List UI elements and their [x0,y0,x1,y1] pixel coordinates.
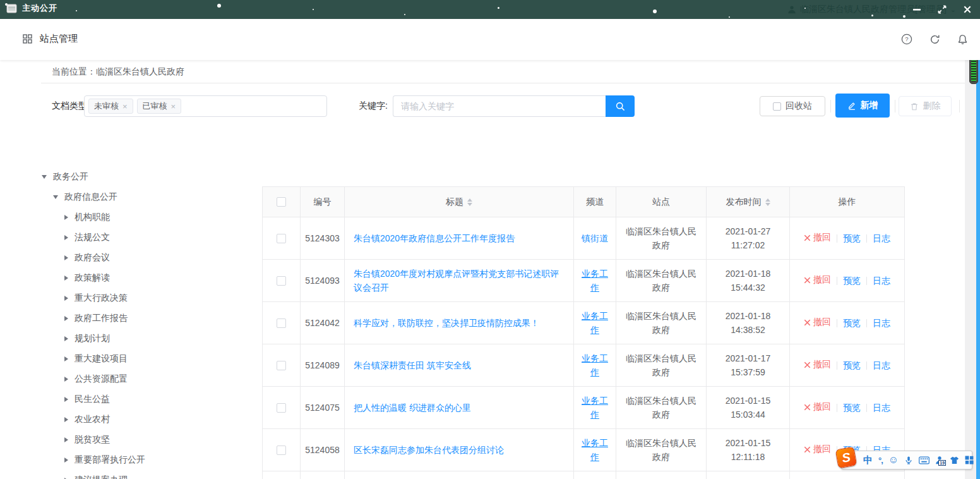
row-checkbox[interactable] [277,234,286,243]
filter-tag[interactable]: 未审核 × [88,99,133,114]
column-header-title[interactable]: 标题 [345,187,574,217]
row-checkbox[interactable] [277,318,286,328]
tag-close-icon[interactable]: × [122,102,128,111]
ime-voice-button[interactable] [904,456,913,465]
preview-action[interactable]: 预览 [843,360,861,372]
caret-right-icon[interactable] [64,255,68,260]
row-checkbox[interactable] [277,403,286,413]
row-checkbox[interactable] [277,446,286,455]
caret-right-icon[interactable] [64,215,68,220]
caret-right-icon[interactable] [64,437,68,442]
tree-item[interactable]: 农业农村 [0,409,262,430]
ime-chinese-mode-button[interactable]: 中 [863,454,873,466]
ime-account-button[interactable]: 19 [935,456,944,464]
tree-item[interactable]: 公共资源配置 [0,369,262,389]
caret-right-icon[interactable] [64,336,68,341]
notifications-button[interactable] [956,33,969,45]
doc-title-link[interactable]: 朱台镇2020年度对村观摩点评暨村党支部书记述职评议会召开 [354,269,559,293]
doc-channel-link[interactable]: 镇街道 [575,231,614,245]
tree-item-xinxigongkai[interactable]: 政府信息公开 [0,187,262,207]
tree-item[interactable]: 法规公文 [0,227,262,248]
doc-title-link[interactable]: 朱台镇深耕责任田 筑牢安全线 [354,360,471,370]
add-button[interactable]: 新增 [835,94,890,118]
doc-channel-link[interactable]: 业务工作 [574,351,616,379]
row-checkbox[interactable] [277,276,286,286]
withdraw-action[interactable]: 撤回 [804,444,831,455]
keyword-input[interactable] [393,95,606,117]
scrollbar-thumb[interactable] [976,56,980,479]
tree-item[interactable]: 重大建设项目 [0,349,262,369]
preview-action[interactable]: 预览 [843,276,861,287]
doc-channel-link[interactable]: 业务工作 [574,394,616,421]
sort-icon[interactable] [765,198,770,206]
doc-title-link[interactable]: 把人性的温暖 织进群众的心里 [354,403,471,413]
withdraw-action[interactable]: 撤回 [804,359,831,370]
log-action[interactable]: 日志 [873,233,890,245]
ime-skin-button[interactable] [950,456,959,464]
doc-type-select[interactable]: 未审核 × 已审核 × [84,95,327,117]
filter-tag[interactable]: 已审核 × [137,99,182,114]
ime-keyboard-button[interactable] [919,456,929,464]
delete-button[interactable]: 删除 [899,96,952,116]
refresh-button[interactable] [928,33,941,45]
caret-right-icon[interactable] [64,316,68,321]
sort-icon[interactable] [467,198,472,206]
minimize-button[interactable] [904,0,929,19]
caret-right-icon[interactable] [64,356,68,361]
withdraw-action[interactable]: 撤回 [804,401,831,413]
caret-down-icon[interactable] [53,195,58,199]
tree-item[interactable]: 民生公益 [0,389,262,409]
row-checkbox[interactable] [277,361,286,370]
caret-right-icon[interactable] [64,276,68,281]
apps-grid-icon[interactable] [23,34,32,44]
doc-channel-link[interactable]: 业务工作 [574,309,616,337]
select-all-checkbox[interactable] [277,197,286,207]
preview-action[interactable]: 预览 [843,403,861,414]
log-action[interactable]: 日志 [873,403,890,414]
doc-channel-link[interactable]: 业务工作 [574,267,616,294]
withdraw-action[interactable]: 撤回 [804,317,831,328]
caret-right-icon[interactable] [64,377,68,382]
doc-title-link[interactable]: 区长宋磊同志参加朱台代表团分组讨论 [354,445,504,455]
doc-title-link[interactable]: 朱台镇2020年政府信息公开工作年度报告 [354,233,515,243]
caret-right-icon[interactable] [64,296,68,301]
preview-action[interactable]: 预览 [843,233,861,245]
preview-action[interactable]: 预览 [843,318,861,329]
tree-item-zhengwugongkai[interactable]: 政务公开 [0,167,262,187]
caret-right-icon[interactable] [64,417,68,422]
caret-right-icon[interactable] [64,235,68,240]
caret-right-icon[interactable] [64,458,68,463]
tree-item[interactable]: 建议提案办理 [0,470,262,479]
ime-toolbox-button[interactable] [965,456,974,464]
log-action[interactable]: 日志 [873,318,890,329]
search-button[interactable] [606,95,635,117]
tree-item[interactable]: 重要部署执行公开 [0,450,262,470]
tree-item[interactable]: 机构职能 [0,207,262,227]
column-header-publish-time[interactable]: 发布时间 [707,187,790,217]
help-button[interactable]: ? [900,33,913,45]
keyboard-icon [919,456,929,464]
caret-down-icon[interactable] [42,175,47,179]
close-button[interactable] [955,0,980,19]
doc-title-link[interactable]: 科学应对，联防联控，坚决捍卫疫情防控成果！ [354,318,539,328]
tag-close-icon[interactable]: × [171,102,176,111]
tree-item[interactable]: 规划计划 [0,329,262,349]
tree-item[interactable]: 重大行政决策 [0,288,262,308]
withdraw-action[interactable]: 撤回 [804,232,831,243]
tree-item[interactable]: 脱贫攻坚 [0,430,262,450]
tree-item[interactable]: 政府工作报告 [0,308,262,329]
scrollbar-track[interactable] [965,60,976,479]
maximize-button[interactable] [929,0,955,19]
ime-emoji-button[interactable]: ☺ [888,454,899,466]
tree-item[interactable]: 政策解读 [0,268,262,288]
log-action[interactable]: 日志 [873,276,890,287]
recycle-bin-button[interactable]: 回收站 [760,96,825,116]
sogou-logo-icon[interactable]: S [835,447,858,469]
ime-punctuation-button[interactable]: °, [878,456,883,465]
withdraw-action[interactable]: 撤回 [804,274,831,286]
caret-right-icon[interactable] [64,397,68,402]
doc-channel-link[interactable]: 业务工作 [574,436,616,464]
tree-item-label: 政策解读 [75,272,110,284]
log-action[interactable]: 日志 [873,360,890,372]
tree-item[interactable]: 政府会议 [0,248,262,268]
